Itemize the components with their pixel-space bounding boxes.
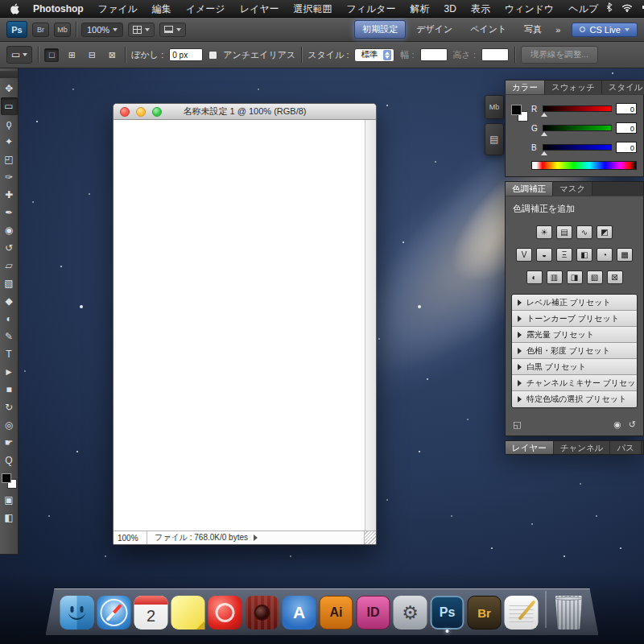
3d-rotate-tool[interactable]: ↻ bbox=[1, 398, 18, 416]
preset-levels[interactable]: レベル補正 プリセット bbox=[512, 295, 637, 311]
menu-item-select[interactable]: 選択範囲 bbox=[286, 0, 339, 18]
refine-edge-button[interactable]: 境界線を調整... bbox=[521, 46, 598, 64]
pen-tool[interactable]: ✎ bbox=[1, 328, 18, 345]
green-slider[interactable] bbox=[543, 125, 612, 131]
blue-value-field[interactable]: 0 bbox=[616, 142, 637, 153]
workspace-essentials[interactable]: 初期設定 bbox=[354, 20, 406, 39]
preset-curves[interactable]: トーンカーブ プリセット bbox=[512, 311, 637, 327]
photo-filter-icon[interactable]: ◔ bbox=[597, 248, 613, 262]
dock-icon-photoshop[interactable]: Ps bbox=[431, 596, 464, 630]
workspace-overflow-button[interactable]: » bbox=[552, 23, 564, 37]
dock-icon-bridge[interactable]: Br bbox=[468, 596, 502, 630]
dock-icon-textedit[interactable] bbox=[505, 596, 539, 630]
tab-swatches[interactable]: スウォッチ bbox=[545, 80, 602, 94]
close-button[interactable] bbox=[120, 107, 130, 117]
dock-icon-stickies[interactable] bbox=[171, 596, 205, 630]
height-input[interactable] bbox=[481, 48, 509, 61]
feather-input[interactable] bbox=[169, 48, 203, 61]
zoom-tool[interactable]: Q bbox=[1, 452, 18, 469]
menu-item-view[interactable]: 表示 bbox=[464, 0, 497, 18]
dock-icon-utilities[interactable]: ⚙ bbox=[394, 596, 427, 630]
clone-stamp-tool[interactable]: ◉ bbox=[1, 221, 18, 239]
disclosure-arrow-icon[interactable] bbox=[518, 332, 522, 338]
quick-mask-button[interactable]: ▣ bbox=[1, 491, 18, 509]
dock-icon-photo-booth[interactable] bbox=[246, 596, 279, 630]
blur-tool[interactable]: ◆ bbox=[1, 292, 18, 310]
menu-item-help[interactable]: ヘルプ bbox=[561, 0, 605, 18]
red-slider[interactable] bbox=[543, 105, 612, 112]
dock-icon-illustrator[interactable]: Ai bbox=[320, 596, 353, 630]
disclosure-arrow-icon[interactable] bbox=[518, 364, 522, 370]
posterize-icon[interactable]: ▥ bbox=[547, 270, 563, 284]
menu-item-file[interactable]: ファイル bbox=[91, 0, 145, 18]
gradient-tool[interactable]: ▧ bbox=[1, 275, 18, 292]
mini-bridge-button[interactable]: Mb bbox=[54, 23, 71, 37]
cs-live-button[interactable]: CS Live bbox=[572, 23, 638, 37]
brush-tool[interactable]: ✒ bbox=[1, 204, 18, 221]
wifi-icon[interactable] bbox=[621, 3, 633, 14]
arrange-documents-dropdown[interactable] bbox=[128, 23, 155, 37]
dock-icon-safari[interactable] bbox=[97, 596, 131, 630]
tab-color[interactable]: カラー bbox=[506, 80, 545, 94]
minimize-button[interactable] bbox=[136, 107, 146, 117]
menu-item-analysis[interactable]: 解析 bbox=[403, 0, 437, 18]
menu-item-edit[interactable]: 編集 bbox=[145, 0, 179, 18]
eraser-tool[interactable]: ▱ bbox=[1, 257, 18, 275]
resize-grip[interactable] bbox=[364, 531, 376, 544]
tab-layers[interactable]: レイヤー bbox=[506, 441, 554, 454]
foreground-color-swatch[interactable] bbox=[2, 473, 11, 483]
quick-selection-tool[interactable]: ✦ bbox=[1, 133, 18, 151]
levels-icon[interactable]: ▤ bbox=[556, 225, 572, 239]
histogram-panel-button[interactable]: ▤ bbox=[485, 123, 504, 155]
tab-adjustments[interactable]: 色調補正 bbox=[506, 182, 553, 196]
preset-selective-color[interactable]: 特定色域の選択 プリセット bbox=[512, 391, 637, 407]
exposure-icon[interactable]: ◩ bbox=[597, 225, 613, 239]
menu-item-image[interactable]: イメージ bbox=[179, 0, 233, 18]
tab-masks[interactable]: マスク bbox=[553, 182, 592, 196]
move-tool[interactable]: ✥ bbox=[1, 80, 18, 97]
antialias-checkbox[interactable] bbox=[208, 51, 217, 60]
width-input[interactable] bbox=[420, 48, 448, 61]
channel-mixer-icon[interactable]: ▩ bbox=[617, 248, 633, 262]
dock-icon-indesign[interactable]: ID bbox=[357, 596, 390, 630]
menu-item-filter[interactable]: フィルター bbox=[339, 0, 402, 18]
gradient-map-icon[interactable]: ▧ bbox=[587, 270, 603, 284]
tab-styles[interactable]: スタイル bbox=[602, 80, 644, 94]
brightness-contrast-icon[interactable]: ☀ bbox=[536, 225, 552, 239]
menu-item-window[interactable]: ウィンドウ bbox=[497, 0, 561, 18]
preset-hue-saturation[interactable]: 色相・彩度 プリセット bbox=[512, 343, 637, 359]
disclosure-arrow-icon[interactable] bbox=[518, 316, 522, 322]
eyedropper-tool[interactable]: ✑ bbox=[1, 168, 18, 186]
style-select[interactable]: 標準 bbox=[354, 48, 394, 62]
tools-panel-header[interactable] bbox=[0, 71, 18, 78]
canvas[interactable] bbox=[114, 120, 365, 530]
lasso-tool[interactable]: ϙ bbox=[1, 115, 18, 133]
new-selection-button[interactable]: □ bbox=[44, 48, 59, 62]
rectangle-tool[interactable]: ■ bbox=[1, 381, 18, 398]
preset-exposure[interactable]: 露光量 プリセット bbox=[512, 327, 637, 343]
black-white-icon[interactable]: ◧ bbox=[576, 248, 592, 262]
menu-item-layer[interactable]: レイヤー bbox=[233, 0, 287, 18]
panel-color-swatches[interactable] bbox=[511, 105, 528, 122]
dock-icon-trash[interactable] bbox=[554, 596, 584, 630]
tab-paths[interactable]: パス bbox=[610, 441, 642, 454]
expanded-view-icon[interactable]: ◱ bbox=[513, 419, 521, 430]
screen-mode-button[interactable]: ◧ bbox=[1, 509, 18, 526]
add-to-selection-button[interactable]: ⊞ bbox=[64, 48, 79, 62]
vertical-scrollbar[interactable] bbox=[365, 120, 376, 530]
curves-icon[interactable]: ∿ bbox=[576, 225, 592, 239]
color-balance-icon[interactable]: Ξ bbox=[556, 248, 572, 262]
apple-menu[interactable] bbox=[3, 3, 26, 14]
vibrance-icon[interactable]: V bbox=[516, 248, 532, 262]
zoom-button[interactable] bbox=[152, 107, 162, 117]
dock-icon-dvd-player[interactable] bbox=[208, 596, 242, 630]
document-title-bar[interactable]: 名称未設定 1 @ 100% (RGB/8) bbox=[114, 104, 376, 120]
menu-item-photoshop[interactable]: Photoshop bbox=[26, 0, 91, 18]
disclosure-arrow-icon[interactable] bbox=[518, 348, 522, 354]
color-spectrum-ramp[interactable] bbox=[531, 161, 637, 170]
disclosure-arrow-icon[interactable] bbox=[518, 299, 522, 306]
type-tool[interactable]: T bbox=[1, 345, 18, 363]
preset-channel-mixer[interactable]: チャンネルミキサー プリセット bbox=[512, 375, 637, 391]
subtract-from-selection-button[interactable]: ⊟ bbox=[85, 48, 99, 62]
menu-item-3d[interactable]: 3D bbox=[437, 0, 464, 18]
